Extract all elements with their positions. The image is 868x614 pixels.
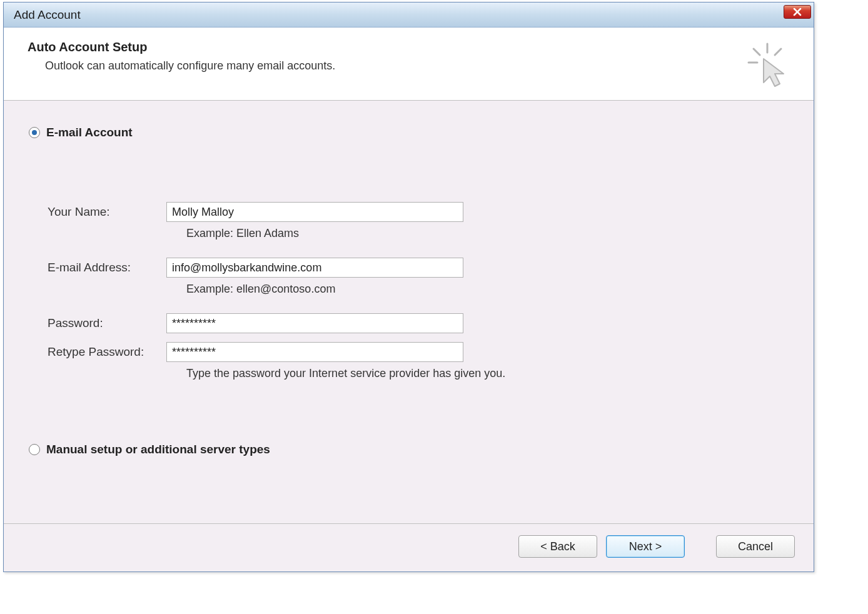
email-input[interactable]: [166, 258, 463, 278]
radio-manual-setup-label: Manual setup or additional server types: [46, 443, 270, 456]
wizard-title: Auto Account Setup: [28, 40, 335, 54]
wizard-footer: < Back Next > Cancel: [4, 523, 814, 571]
svg-line-1: [754, 49, 760, 55]
form-area: Your Name: Example: Ellen Adams E-mail A…: [29, 146, 789, 380]
radio-email-account-label: E-mail Account: [46, 126, 133, 139]
titlebar: Add Account: [4, 3, 814, 28]
wizard-subtitle: Outlook can automatically configure many…: [45, 59, 335, 73]
radio-email-account[interactable]: E-mail Account: [29, 126, 789, 139]
add-account-dialog: Add Account Auto Account Setup Outlook c…: [3, 2, 814, 572]
next-button[interactable]: Next >: [606, 535, 685, 558]
cursor-click-icon: [745, 40, 795, 90]
wizard-header-text: Auto Account Setup Outlook can automatic…: [28, 40, 335, 73]
radio-manual-setup-input[interactable]: [29, 444, 40, 455]
email-label: E-mail Address:: [48, 261, 166, 274]
wizard-body: E-mail Account Your Name: Example: Ellen…: [4, 101, 814, 475]
window-title: Add Account: [14, 8, 81, 22]
password-input[interactable]: [166, 313, 463, 333]
radio-email-account-input[interactable]: [29, 127, 40, 138]
close-button[interactable]: [784, 5, 811, 19]
cancel-button[interactable]: Cancel: [716, 535, 795, 558]
retype-password-label: Retype Password:: [48, 345, 166, 359]
email-example: Example: ellen@contoso.com: [186, 283, 789, 296]
radio-manual-setup[interactable]: Manual setup or additional server types: [29, 443, 789, 456]
svg-line-2: [775, 49, 781, 55]
retype-password-input[interactable]: [166, 342, 463, 362]
name-example: Example: Ellen Adams: [186, 227, 789, 240]
name-input[interactable]: [166, 202, 463, 222]
wizard-header: Auto Account Setup Outlook can automatic…: [4, 28, 814, 101]
back-button[interactable]: < Back: [518, 535, 597, 558]
close-icon: [793, 8, 802, 16]
name-label: Your Name:: [48, 205, 166, 219]
password-label: Password:: [48, 316, 166, 330]
password-hint: Type the password your Internet service …: [186, 367, 789, 380]
